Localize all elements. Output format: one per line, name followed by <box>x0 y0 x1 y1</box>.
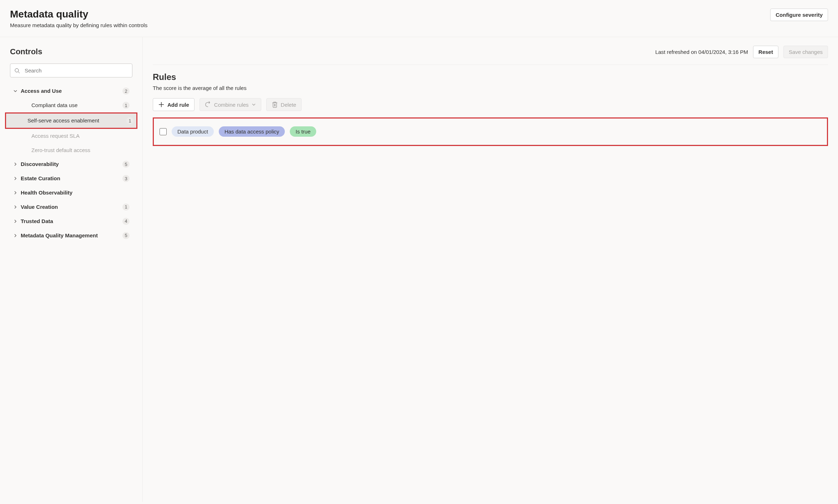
combine-rules-button: Combine rules <box>200 98 261 111</box>
combine-rules-label: Combine rules <box>214 102 249 108</box>
tree-group-label: Value Creation <box>21 203 58 211</box>
search-input[interactable] <box>10 64 132 77</box>
save-changes-button: Save changes <box>783 46 828 58</box>
content-pane: Last refreshed on 04/01/2024, 3:16 PM Re… <box>143 37 838 502</box>
rules-subtitle: The score is the average of all the rule… <box>153 85 828 91</box>
delete-label: Delete <box>281 102 296 108</box>
chevron-right-icon <box>13 162 18 167</box>
configure-severity-button[interactable]: Configure severity <box>770 9 828 21</box>
tree-child[interactable]: Access request SLA <box>10 129 132 143</box>
svg-line-1 <box>18 72 20 73</box>
add-rule-label: Add rule <box>167 102 189 108</box>
chevron-right-icon <box>13 233 18 238</box>
rule-pill: Has data access policy <box>219 126 285 137</box>
chevron-right-icon <box>13 176 18 181</box>
tree-child[interactable]: Zero-trust default access <box>10 143 132 157</box>
tree-group-label: Estate Curation <box>21 175 60 182</box>
tree-group[interactable]: Estate Curation3 <box>10 171 132 186</box>
count-badge: 1 <box>122 203 130 211</box>
tree-group[interactable]: Trusted Data4 <box>10 214 132 228</box>
rule-pill: Data product <box>172 126 214 137</box>
tree-group[interactable]: Health Observability <box>10 186 132 200</box>
tree-group-label: Discoverability <box>21 161 59 168</box>
chevron-right-icon <box>13 205 18 210</box>
chevron-down-icon <box>252 102 256 107</box>
delete-button: Delete <box>266 98 302 111</box>
count-badge: 3 <box>122 175 130 182</box>
highlight-annotation: Self-serve access enablement1 <box>5 112 137 129</box>
count-badge: 1 <box>126 117 133 124</box>
sidebar-title: Controls <box>10 47 132 56</box>
tree-group[interactable]: Access and Use2 <box>10 84 132 98</box>
tree-group-label: Metadata Quality Management <box>21 232 98 239</box>
highlight-annotation: Data productHas data access policyIs tru… <box>153 117 828 146</box>
reset-button[interactable]: Reset <box>753 46 778 58</box>
plus-icon <box>158 101 165 108</box>
last-refreshed-text: Last refreshed on 04/01/2024, 3:16 PM <box>655 49 748 55</box>
rule-pill: Is true <box>290 126 316 137</box>
content-topbar: Last refreshed on 04/01/2024, 3:16 PM Re… <box>153 46 828 65</box>
rules-title: Rules <box>153 72 828 82</box>
svg-point-0 <box>15 69 19 72</box>
page-title: Metadata quality <box>10 9 770 20</box>
tree-child[interactable]: Compliant data use1 <box>10 98 132 112</box>
add-rule-button[interactable]: Add rule <box>153 98 195 111</box>
controls-tree: Access and Use2Compliant data use1Self-s… <box>10 84 132 243</box>
combine-icon <box>205 101 211 108</box>
count-badge: 1 <box>122 102 130 109</box>
chevron-down-icon <box>13 89 18 94</box>
page-subtitle: Measure metadata quality by defining rul… <box>10 22 770 28</box>
chevron-right-icon <box>13 219 18 224</box>
tree-child[interactable]: Self-serve access enablement1 <box>6 114 136 128</box>
rules-toolbar: Add rule Combine rules Delete <box>153 98 828 111</box>
tree-child-label: Self-serve access enablement <box>27 117 99 124</box>
tree-child-label: Access request SLA <box>31 132 80 140</box>
tree-child-label: Compliant data use <box>31 102 77 109</box>
rule-row[interactable]: Data productHas data access policyIs tru… <box>154 119 827 145</box>
count-badge: 5 <box>122 161 130 168</box>
chevron-right-icon <box>13 190 18 195</box>
search-icon <box>14 68 20 74</box>
count-badge: 5 <box>122 232 130 239</box>
rule-checkbox[interactable] <box>160 128 167 135</box>
tree-group[interactable]: Discoverability5 <box>10 157 132 171</box>
tree-group-label: Trusted Data <box>21 218 53 225</box>
count-badge: 4 <box>122 218 130 225</box>
tree-group-label: Access and Use <box>21 87 62 95</box>
tree-group[interactable]: Metadata Quality Management5 <box>10 228 132 243</box>
trash-icon <box>272 101 278 108</box>
tree-group[interactable]: Value Creation1 <box>10 200 132 214</box>
controls-sidebar: Controls Access and Use2Compliant data u… <box>0 37 143 502</box>
count-badge: 2 <box>122 87 130 95</box>
rules-list: Data productHas data access policyIs tru… <box>153 117 828 146</box>
page-header: Metadata quality Measure metadata qualit… <box>0 0 838 37</box>
tree-child-label: Zero-trust default access <box>31 147 90 154</box>
tree-group-label: Health Observability <box>21 189 72 196</box>
